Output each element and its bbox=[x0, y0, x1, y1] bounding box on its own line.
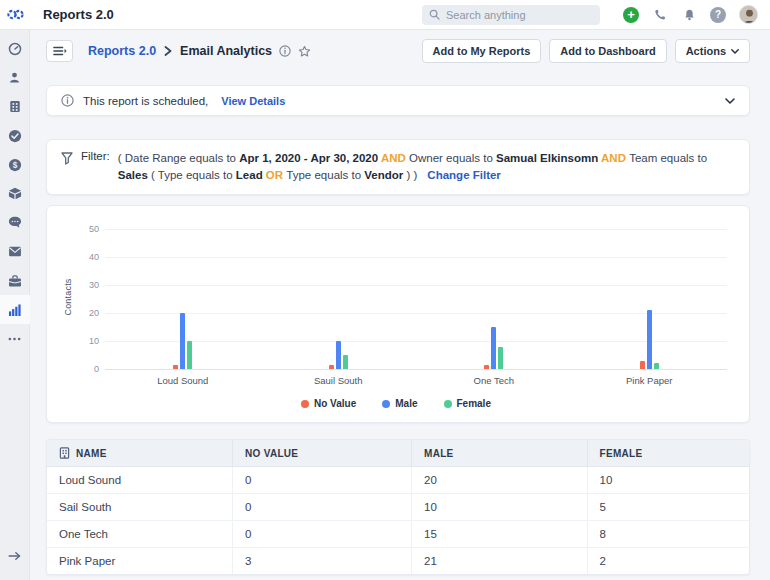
global-search[interactable] bbox=[422, 5, 600, 25]
top-bar: Reports 2.0 + ? bbox=[0, 0, 770, 30]
bar-female-one-tech[interactable] bbox=[498, 347, 503, 369]
bar-male-loud-sound[interactable] bbox=[180, 313, 185, 369]
bar-groups bbox=[105, 230, 727, 369]
filter-segment: Lead bbox=[236, 169, 263, 181]
cell-name: One Tech bbox=[47, 521, 233, 547]
y-axis-tick: 40 bbox=[75, 252, 99, 262]
notifications-button[interactable] bbox=[681, 7, 697, 23]
filter-segment: OR bbox=[263, 169, 287, 181]
briefcase-icon bbox=[8, 275, 22, 287]
filter-bar: Filter: ( Date Range equals to Apr 1, 20… bbox=[46, 139, 750, 195]
sidebar-item-products[interactable] bbox=[0, 179, 30, 208]
filter-segment: Apr 1, 2020 - Apr 30, 2020 bbox=[239, 152, 378, 164]
report-info-button[interactable] bbox=[279, 45, 291, 57]
legend-item-no-value[interactable]: No Value bbox=[301, 398, 356, 409]
report-list-toggle-button[interactable] bbox=[46, 40, 73, 62]
bar-female-loud-sound[interactable] bbox=[187, 341, 192, 369]
legend-label: No Value bbox=[314, 398, 356, 409]
filter-segment: Team equals to bbox=[629, 152, 710, 164]
sidebar-item-chat[interactable] bbox=[0, 208, 30, 237]
filter-segment: AND bbox=[378, 152, 409, 164]
chart-xlabels: Loud SoundSauil SouthOne TechPink Paper bbox=[105, 375, 727, 386]
y-axis-tick: 20 bbox=[75, 308, 99, 318]
filter-segment: ) ) bbox=[403, 169, 417, 181]
table-row[interactable]: One Tech0158 bbox=[47, 521, 749, 548]
add-new-button[interactable]: + bbox=[623, 7, 639, 23]
bar-no-value-sauil-south[interactable] bbox=[329, 365, 334, 369]
sidebar-item-dashboard[interactable] bbox=[0, 34, 30, 63]
change-filter-link[interactable]: Change Filter bbox=[427, 169, 500, 181]
app-logo[interactable] bbox=[0, 0, 30, 30]
accounts-icon bbox=[9, 100, 21, 113]
search-input[interactable] bbox=[446, 9, 586, 21]
sidebar-item-contacts[interactable] bbox=[0, 63, 30, 92]
company-icon bbox=[59, 447, 70, 459]
sidebar-item-accounts[interactable] bbox=[0, 92, 30, 121]
filter-segment: Sales bbox=[118, 169, 148, 181]
x-axis-label-sauil-south: Sauil South bbox=[261, 375, 417, 386]
bar-group-one-tech bbox=[416, 230, 572, 369]
legend-dot bbox=[301, 400, 309, 408]
phone-icon bbox=[653, 8, 667, 22]
filter-segment: ( Type equals to bbox=[148, 169, 236, 181]
table-row[interactable]: Sail South0105 bbox=[47, 494, 749, 521]
sidebar-item-analytics[interactable] bbox=[0, 295, 30, 324]
bar-female-pink-paper[interactable] bbox=[654, 363, 659, 369]
filter-segment: AND bbox=[598, 152, 629, 164]
chevron-down-icon bbox=[725, 98, 735, 104]
breadcrumb-current: Email Analytics bbox=[180, 44, 272, 58]
cell-female: 10 bbox=[588, 467, 749, 493]
y-axis-tick: 50 bbox=[75, 224, 99, 234]
notice-collapse-button[interactable] bbox=[725, 98, 735, 104]
add-to-dashboard-button[interactable]: Add to Dashboard bbox=[549, 39, 666, 63]
bar-female-sauil-south[interactable] bbox=[343, 355, 348, 369]
bar-male-sauil-south[interactable] bbox=[336, 341, 341, 369]
info-icon bbox=[279, 45, 291, 57]
main-content: Reports 2.0 Email Analytics Add to My Re… bbox=[30, 30, 770, 580]
legend-item-female[interactable]: Female bbox=[444, 398, 491, 409]
phone-button[interactable] bbox=[652, 7, 668, 23]
sidebar-item-tasks[interactable] bbox=[0, 121, 30, 150]
bar-male-one-tech[interactable] bbox=[491, 327, 496, 369]
cell-no-value: 0 bbox=[233, 494, 412, 520]
column-header-male[interactable]: MALE bbox=[412, 440, 588, 466]
chart-y-axis-title: Contacts bbox=[63, 278, 73, 315]
add-to-my-reports-button[interactable]: Add to My Reports bbox=[422, 39, 542, 63]
sidebar-item-deals[interactable]: $ bbox=[0, 150, 30, 179]
scheduled-notice: This report is scheduled, View Details bbox=[46, 85, 750, 116]
sidebar-item-more[interactable] bbox=[0, 324, 30, 353]
bar-no-value-one-tech[interactable] bbox=[484, 365, 489, 369]
user-avatar[interactable] bbox=[739, 5, 758, 24]
y-axis-tick: 10 bbox=[75, 336, 99, 346]
left-sidebar: $ bbox=[0, 30, 30, 580]
bar-male-pink-paper[interactable] bbox=[647, 310, 652, 369]
column-header-no-value[interactable]: NO VALUE bbox=[233, 440, 412, 466]
brand-links-icon bbox=[7, 9, 24, 20]
view-details-link[interactable]: View Details bbox=[221, 95, 285, 107]
table-row[interactable]: Pink Paper3212 bbox=[47, 548, 749, 574]
chat-bubble-icon bbox=[8, 216, 22, 229]
analytics-icon bbox=[8, 304, 21, 316]
cell-name: Loud Sound bbox=[47, 467, 233, 493]
x-axis-label-loud-sound: Loud Sound bbox=[105, 375, 261, 386]
breadcrumb-separator-icon bbox=[164, 46, 172, 56]
legend-item-male[interactable]: Male bbox=[382, 398, 417, 409]
breadcrumb: Reports 2.0 Email Analytics Add to My Re… bbox=[46, 36, 750, 66]
column-header-female[interactable]: FEMALE bbox=[588, 440, 749, 466]
favorite-star-button[interactable] bbox=[298, 45, 311, 58]
sidebar-item-email[interactable] bbox=[0, 237, 30, 266]
bar-no-value-loud-sound[interactable] bbox=[173, 365, 178, 369]
filter-segment: Vendor bbox=[364, 169, 403, 181]
sidebar-item-inbox[interactable] bbox=[0, 266, 30, 295]
help-button[interactable]: ? bbox=[710, 7, 726, 23]
actions-dropdown-button[interactable]: Actions bbox=[675, 39, 750, 63]
sidebar-expand-button[interactable] bbox=[0, 541, 30, 570]
bar-group-loud-sound bbox=[105, 230, 261, 369]
gridline bbox=[105, 369, 727, 370]
contacts-icon bbox=[8, 71, 21, 84]
column-header-name[interactable]: NAME bbox=[47, 440, 233, 466]
bar-no-value-pink-paper[interactable] bbox=[640, 361, 645, 369]
table-row[interactable]: Loud Sound02010 bbox=[47, 467, 749, 494]
breadcrumb-parent-link[interactable]: Reports 2.0 bbox=[88, 44, 156, 58]
deals-dollar-icon: $ bbox=[8, 158, 22, 172]
